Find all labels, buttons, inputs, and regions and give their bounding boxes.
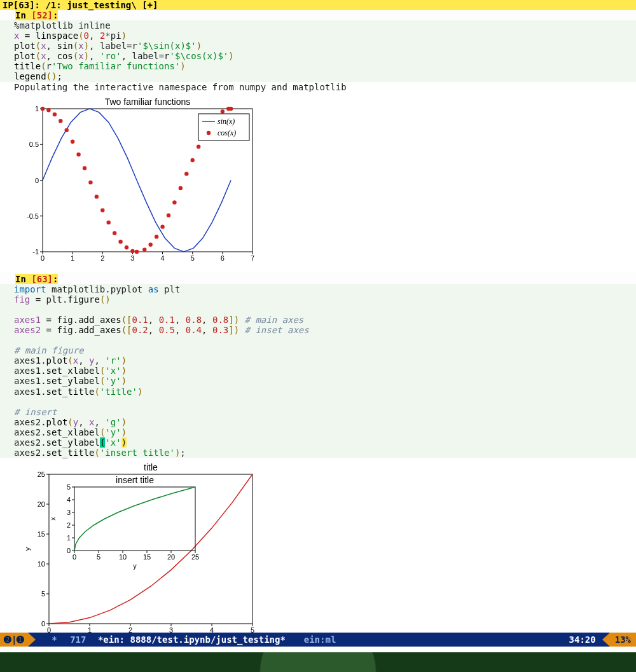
- svg-text:0: 0: [35, 176, 39, 184]
- svg-text:7: 7: [251, 254, 254, 262]
- output-text-52: Populating the interactive namespace fro…: [0, 82, 636, 92]
- svg-text:0: 0: [41, 254, 45, 262]
- svg-text:4: 4: [161, 254, 165, 262]
- svg-point-44: [135, 249, 139, 253]
- svg-text:5: 5: [67, 483, 71, 491]
- chart-2-title-inset: 0123450510152025titlexy0510152025012345i…: [0, 458, 636, 650]
- svg-rect-94: [74, 487, 195, 551]
- in-prompt-52: In [52]:: [14, 10, 59, 20]
- prompt-colon: :: [53, 274, 58, 284]
- prompt-in-label: In: [15, 274, 31, 284]
- svg-point-38: [100, 208, 104, 212]
- svg-text:x: x: [49, 517, 57, 521]
- chart-2-svg: 0123450510152025titlexy0510152025012345i…: [14, 462, 268, 646]
- svg-point-45: [142, 247, 146, 251]
- svg-text:0.5: 0.5: [29, 141, 39, 148]
- code-cell-63[interactable]: import matplotlib.pyplot as plt fig = pl…: [0, 284, 636, 458]
- svg-point-37: [95, 195, 99, 198]
- svg-point-48: [160, 224, 164, 228]
- svg-text:y: y: [133, 562, 137, 570]
- svg-point-33: [71, 139, 74, 143]
- svg-point-32: [65, 128, 69, 132]
- modeline: ➋|➊ * 717 *ein: 8888/test.ipynb/just_tes…: [0, 633, 636, 647]
- emacs-window: IP[63]: /1: just_testing\ [+] In [52]: %…: [0, 0, 636, 652]
- prompt-number: [52]: [31, 10, 53, 20]
- svg-text:0: 0: [41, 620, 45, 627]
- svg-text:1: 1: [71, 254, 74, 262]
- svg-text:insert title: insert title: [116, 475, 154, 485]
- svg-point-64: [207, 130, 211, 134]
- svg-text:6: 6: [221, 254, 225, 262]
- modeline-mode: ein:ml: [287, 634, 342, 645]
- prompt-colon: :: [53, 10, 58, 20]
- chart-1-two-familiar: 01234567-1-0.500.51Two familiar function…: [0, 92, 636, 271]
- svg-text:20: 20: [38, 500, 45, 508]
- chart-1-svg: 01234567-1-0.500.51Two familiar function…: [14, 96, 262, 268]
- svg-text:Two familiar functions: Two familiar functions: [105, 97, 191, 107]
- svg-text:cos(x): cos(x): [218, 128, 236, 137]
- svg-point-41: [118, 240, 122, 243]
- svg-text:-0.5: -0.5: [27, 212, 39, 219]
- cell-52: In [52]: %matplotlib inline x = linspace…: [0, 10, 636, 274]
- window-titlebar: IP[63]: /1: just_testing\ [+]: [0, 0, 636, 10]
- cell-63: In [63]: import matplotlib.pyplot as plt…: [0, 274, 636, 653]
- svg-text:4: 4: [67, 496, 71, 504]
- svg-point-35: [83, 166, 86, 170]
- svg-text:y: y: [24, 547, 31, 551]
- svg-text:5: 5: [191, 254, 195, 262]
- cursor-block: ): [121, 437, 127, 448]
- svg-text:2: 2: [67, 521, 71, 529]
- svg-text:-1: -1: [32, 248, 39, 256]
- svg-point-49: [167, 213, 170, 217]
- modeline-badge: ➋|➊: [0, 633, 28, 647]
- code-cell-52[interactable]: %matplotlib inline x = linspace(0, 2*pi)…: [0, 20, 636, 82]
- svg-text:1: 1: [35, 105, 39, 113]
- svg-point-53: [191, 158, 195, 161]
- svg-text:15: 15: [38, 530, 45, 538]
- svg-point-28: [41, 106, 45, 110]
- in-prompt-63: In [63]:: [14, 274, 59, 284]
- svg-text:5: 5: [41, 590, 45, 598]
- modeline-buffer-name: *ein: 8888/test.ipynb/just_testing*: [94, 634, 287, 645]
- svg-text:2: 2: [100, 254, 104, 262]
- svg-point-50: [172, 200, 176, 204]
- svg-text:25: 25: [38, 470, 45, 478]
- svg-point-54: [197, 144, 200, 148]
- svg-point-36: [88, 180, 92, 184]
- svg-point-43: [130, 249, 134, 252]
- svg-point-42: [125, 245, 128, 249]
- modeline-percent: 13%: [610, 633, 636, 647]
- svg-text:5: 5: [97, 553, 100, 561]
- svg-point-52: [184, 172, 188, 175]
- svg-point-31: [59, 118, 62, 122]
- svg-point-46: [149, 242, 153, 246]
- modeline-line: 717: [65, 634, 94, 645]
- svg-text:title: title: [144, 462, 158, 472]
- svg-text:0: 0: [67, 547, 71, 554]
- svg-point-40: [113, 231, 116, 235]
- svg-text:15: 15: [143, 553, 151, 561]
- svg-text:3: 3: [130, 254, 134, 262]
- svg-text:sin(x): sin(x): [218, 117, 235, 126]
- svg-point-29: [46, 108, 50, 112]
- prompt-in-label: In: [15, 10, 31, 20]
- svg-text:10: 10: [119, 553, 127, 561]
- svg-text:25: 25: [191, 553, 199, 561]
- svg-text:20: 20: [167, 553, 175, 561]
- svg-text:3: 3: [67, 509, 71, 516]
- svg-point-30: [53, 112, 57, 116]
- modeline-position: 34:20: [563, 634, 602, 645]
- svg-point-60: [229, 106, 233, 110]
- modeline-star: *: [36, 634, 65, 645]
- prompt-number: [63]: [31, 274, 53, 284]
- svg-rect-66: [49, 474, 252, 624]
- svg-point-58: [221, 109, 225, 113]
- svg-point-47: [155, 235, 158, 238]
- svg-text:0: 0: [73, 553, 76, 561]
- svg-point-51: [179, 186, 183, 189]
- powerline-sep-icon: [28, 633, 36, 647]
- svg-text:10: 10: [38, 560, 45, 568]
- svg-point-34: [76, 152, 80, 156]
- svg-point-39: [107, 220, 111, 224]
- svg-text:1: 1: [67, 534, 71, 542]
